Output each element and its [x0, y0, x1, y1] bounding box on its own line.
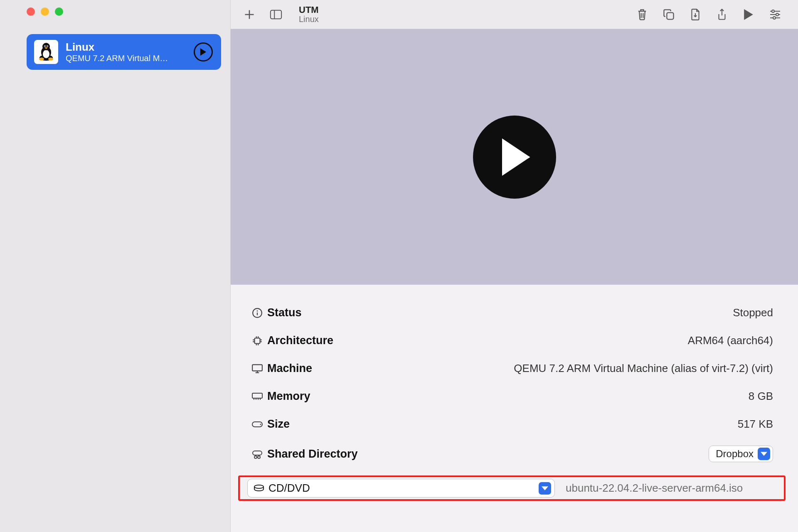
clone-button[interactable] [663, 8, 675, 21]
toolbar-title-area: UTM Linux [299, 5, 319, 23]
app-subtitle: Linux [299, 15, 319, 24]
settings-button[interactable] [769, 8, 781, 21]
disk-icon [247, 420, 267, 429]
svg-point-48 [254, 485, 264, 488]
memory-value: 8 GB [749, 390, 773, 403]
svg-point-9 [48, 58, 53, 61]
svg-point-25 [257, 310, 258, 311]
vm-list-item-text: Linux QEMU 7.2 ARM Virtual M… [66, 41, 186, 63]
shared-folder-icon [247, 448, 267, 459]
size-value: 517 KB [738, 418, 773, 431]
architecture-label: Architecture [267, 334, 375, 347]
size-label: Size [267, 418, 375, 431]
start-vm-big-button[interactable] [473, 116, 556, 199]
shared-directory-label: Shared Directory [267, 448, 375, 461]
cd-dvd-select[interactable]: CD/DVD [247, 479, 555, 498]
svg-point-18 [772, 10, 774, 12]
app-window: Linux QEMU 7.2 ARM Virtual M… UTM Linux [0, 0, 798, 532]
memory-row: Memory 8 GB [247, 382, 773, 410]
vm-list: Linux QEMU 7.2 ARM Virtual M… [0, 25, 230, 70]
svg-rect-26 [255, 338, 260, 343]
status-row: Status Stopped [247, 299, 773, 327]
add-vm-button[interactable] [243, 8, 256, 21]
memory-label: Memory [267, 390, 375, 403]
svg-point-6 [44, 46, 45, 47]
svg-rect-45 [253, 451, 262, 455]
architecture-value: ARM64 (aarch64) [688, 334, 773, 347]
toolbar: UTM Linux [231, 0, 798, 29]
main-panel: UTM Linux [230, 0, 798, 532]
cpu-icon [247, 335, 267, 346]
import-button[interactable] [689, 8, 702, 21]
shared-directory-value: Dropbox [716, 448, 754, 460]
svg-rect-12 [271, 10, 281, 19]
svg-point-8 [39, 58, 44, 61]
linux-tux-icon [34, 40, 58, 64]
vm-subtitle: QEMU 7.2 ARM Virtual M… [66, 54, 186, 63]
status-label: Status [267, 306, 375, 319]
cd-dvd-label: CD/DVD [268, 482, 310, 495]
memory-icon [247, 392, 267, 401]
svg-point-7 [47, 46, 48, 47]
minimize-window-button[interactable] [41, 7, 49, 16]
svg-point-3 [42, 43, 50, 50]
close-window-button[interactable] [27, 7, 35, 16]
sidebar: Linux QEMU 7.2 ARM Virtual M… [0, 0, 230, 532]
svg-point-44 [260, 424, 261, 425]
vm-details: Status Stopped Architecture ARM64 (aarch… [231, 285, 798, 532]
delete-button[interactable] [636, 8, 648, 21]
chevron-down-icon [758, 448, 770, 460]
chevron-down-icon [539, 482, 551, 495]
status-value: Stopped [733, 306, 773, 319]
app-title: UTM [299, 5, 319, 15]
drive-icon [254, 484, 264, 493]
cd-dvd-row: CD/DVD ubuntu-22.04.2-live-server-arm64.… [247, 479, 773, 498]
toggle-sidebar-button[interactable] [270, 8, 282, 21]
svg-point-22 [773, 17, 776, 19]
svg-rect-16 [667, 12, 673, 19]
run-button[interactable] [742, 8, 755, 21]
cd-dvd-file-value: ubuntu-22.04.2-live-server-arm64.iso [562, 482, 773, 495]
shared-directory-select[interactable]: Dropbox [709, 446, 773, 462]
svg-rect-35 [252, 365, 262, 371]
vm-preview-area [231, 29, 798, 285]
architecture-row: Architecture ARM64 (aarch64) [247, 327, 773, 355]
maximize-window-button[interactable] [55, 7, 63, 16]
size-row: Size 517 KB [247, 410, 773, 438]
vm-list-item[interactable]: Linux QEMU 7.2 ARM Virtual M… [27, 34, 221, 70]
machine-label: Machine [267, 362, 375, 375]
svg-point-46 [254, 456, 257, 458]
vm-start-button[interactable] [194, 42, 213, 62]
machine-row: Machine QEMU 7.2 ARM Virtual Machine (al… [247, 355, 773, 382]
vm-name: Linux [66, 41, 186, 54]
window-controls [0, 0, 230, 25]
svg-point-20 [776, 13, 778, 16]
shared-directory-row: Shared Directory Dropbox [247, 438, 773, 470]
svg-point-47 [258, 456, 260, 458]
share-button[interactable] [716, 8, 728, 21]
monitor-icon [247, 363, 267, 374]
svg-rect-38 [252, 393, 262, 398]
cd-dvd-row-highlight: CD/DVD ubuntu-22.04.2-live-server-arm64.… [238, 475, 786, 501]
machine-value: QEMU 7.2 ARM Virtual Machine (alias of v… [514, 362, 773, 375]
info-icon [247, 308, 267, 318]
svg-point-2 [43, 50, 49, 58]
